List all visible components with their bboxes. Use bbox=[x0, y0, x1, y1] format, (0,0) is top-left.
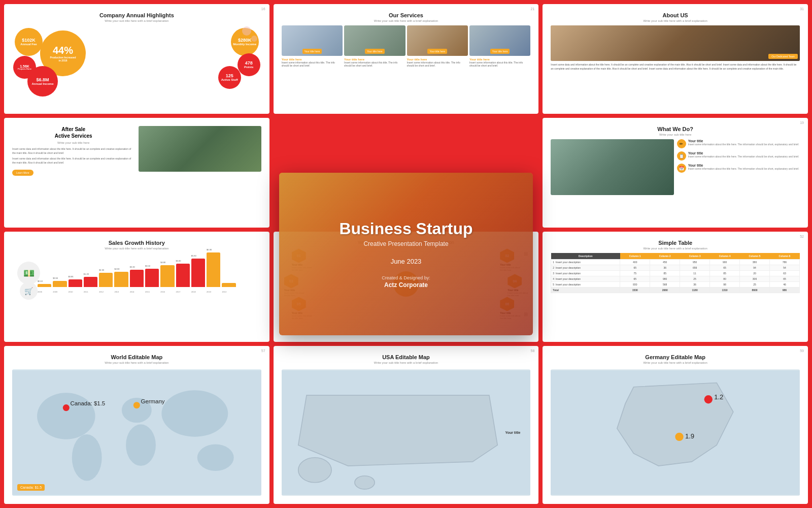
bar-2017: 2017$5.00 bbox=[176, 264, 190, 287]
cell-1-c1: 400 bbox=[620, 260, 650, 265]
service-img-4: Your title here bbox=[469, 25, 530, 56]
bar-2011: 2011$1.20 bbox=[84, 277, 97, 287]
aftersale-desc2: Insert some data and information about t… bbox=[12, 157, 134, 165]
overlay-date: June 2023 bbox=[339, 258, 472, 265]
service-desc-4: Your title here Insert some information … bbox=[469, 58, 530, 67]
aftersale-text-area: After SaleActive Services Write your sub… bbox=[12, 126, 134, 176]
bar-val-2006: $0.10 bbox=[38, 280, 43, 282]
cell-1-c4: 900 bbox=[710, 260, 740, 265]
cell-4-c3: 25 bbox=[680, 276, 710, 282]
slide-simple-table: 52 Simple Table Write your sub title her… bbox=[543, 232, 808, 341]
what-item-1-text: Your title Insert some information about… bbox=[688, 139, 799, 146]
what-we-do-content: ✏ Your title Insert some information abo… bbox=[551, 139, 800, 195]
cell-3-c5: 20 bbox=[740, 271, 770, 276]
world-map-area: Canada: $1.5 Germany Canada: $1.5 bbox=[12, 369, 261, 496]
what-item-3-text: Your title Insert some information about… bbox=[688, 164, 799, 171]
slide-number-2: 21 bbox=[531, 7, 535, 11]
service-img-1: Your title here bbox=[282, 25, 343, 56]
service-desc-3: Your title here Insert some information … bbox=[407, 58, 468, 67]
what-item-3-desc: Insert some information about the title … bbox=[688, 167, 799, 171]
col-2: Column 2 bbox=[650, 253, 680, 260]
bubble-points: 478 Points bbox=[238, 53, 260, 76]
bar-val-2013: $2.90 bbox=[114, 268, 119, 270]
table-row: 4 Insert your description 65 980 25 80 3… bbox=[551, 276, 800, 282]
what-icon-1: ✏ bbox=[677, 139, 686, 148]
slide1-subtitle: Write your sub title here with a brief e… bbox=[12, 19, 261, 22]
total-label: Total bbox=[551, 288, 620, 293]
what-items-list: ✏ Your title Insert some information abo… bbox=[677, 139, 800, 195]
bar-val-2019: $6.90 bbox=[207, 248, 212, 251]
what-item-1-desc: Insert some information about the title … bbox=[688, 143, 799, 146]
bar-val-2012: $2.60 bbox=[99, 269, 104, 271]
bar-label-2006: 2006 bbox=[38, 291, 42, 293]
cell-4-c4: 80 bbox=[710, 276, 740, 282]
cell-5-c2: 568 bbox=[650, 282, 680, 288]
slide-number-9: 57 bbox=[261, 349, 265, 353]
col-1: Column 1 bbox=[620, 253, 650, 260]
data-table: Description Column 1 Column 2 Column 3 C… bbox=[551, 253, 800, 293]
slide5-subtitle: Write your sub title here bbox=[551, 133, 800, 136]
svg-text:Germany: Germany bbox=[141, 398, 165, 404]
dedicated-badge: Our Dedicated Team bbox=[768, 54, 798, 59]
bar-label-2014: 2014 bbox=[130, 291, 134, 293]
bar-label-2016: 2016 bbox=[160, 291, 165, 293]
slide-number-3: 31 bbox=[800, 7, 804, 11]
slide-germany-map: 59 Germany Editable Map Write your sub t… bbox=[543, 346, 808, 504]
cell-1-c6: 786 bbox=[769, 260, 799, 265]
cell-5-c6: 46 bbox=[769, 282, 799, 288]
germany-map-svg: 1.2 1.9 bbox=[551, 369, 800, 496]
bar-chart: 2006$0.10 2009$0.56 2010$0.86 2011$1.20 … bbox=[12, 254, 261, 295]
service-body-4: Insert some information about this title… bbox=[469, 61, 530, 67]
decorative-circle bbox=[251, 36, 257, 42]
usa-map-area: Your title bbox=[282, 369, 531, 496]
bar-label-2018: 2018 bbox=[191, 291, 196, 293]
cell-1-c5: 380 bbox=[740, 260, 770, 265]
what-item-2-text: Your title Insert some information about… bbox=[688, 151, 799, 158]
total-c5: 8600 bbox=[740, 288, 770, 293]
slide-number-5: 19 bbox=[800, 121, 804, 124]
svg-point-9 bbox=[133, 402, 140, 408]
map-pin-canada: Canada: $1.5 bbox=[17, 484, 45, 491]
chart-cart-icon: 🛒 bbox=[20, 282, 38, 300]
total-c3: 1180 bbox=[680, 288, 710, 293]
about-body: Insert some data and information about t… bbox=[551, 63, 800, 71]
cell-4-c1: 65 bbox=[620, 276, 650, 282]
slide-number-1: 16 bbox=[261, 7, 265, 11]
service-img-2: Your title here bbox=[344, 25, 405, 56]
svg-point-12 bbox=[298, 457, 331, 482]
bar-2015: 2015$3.50 bbox=[145, 269, 159, 287]
slide8-subtitle: Write your sub title here with a brief e… bbox=[551, 247, 800, 250]
bar-2012: 2012$2.60 bbox=[99, 273, 113, 287]
what-item-2-desc: Insert some information about the title … bbox=[688, 155, 799, 158]
bar-2018: 2018$5.60 bbox=[191, 259, 205, 287]
svg-text:Canada: $1.5: Canada: $1.5 bbox=[70, 400, 105, 406]
bar-val-2018: $5.60 bbox=[191, 255, 196, 257]
svg-point-13 bbox=[355, 475, 375, 489]
bar-label-2019: 2019 bbox=[207, 291, 211, 293]
bar-2009: 2009$0.56 bbox=[53, 281, 66, 287]
usa-your-title: Your title bbox=[505, 431, 521, 434]
overlay-content: Business Startup Creative Presentation T… bbox=[339, 219, 472, 289]
col-5: Column 5 bbox=[740, 253, 770, 260]
cell-1-c2: 450 bbox=[650, 260, 680, 265]
cell-3-desc: 3 Insert your description bbox=[551, 271, 620, 276]
cell-4-desc: 4 Insert your description bbox=[551, 276, 620, 282]
svg-point-17 bbox=[675, 432, 684, 440]
svg-text:1.9: 1.9 bbox=[685, 432, 694, 440]
slide-world-map: 57 World Editable Map Write your sub tit… bbox=[4, 346, 269, 504]
bar-2014: 2014$3.30 bbox=[130, 270, 144, 287]
slide9-title: World Editable Map bbox=[12, 354, 261, 360]
cell-2-c6: 54 bbox=[769, 265, 799, 271]
what-icon-3: 📅 bbox=[677, 164, 686, 173]
aftersale-button[interactable]: Learn More bbox=[12, 170, 33, 176]
what-item-2-title: Your title bbox=[688, 151, 799, 155]
svg-point-6 bbox=[197, 444, 234, 470]
bar-2010: 2010$0.86 bbox=[69, 279, 82, 287]
bubble-annual-fee: $102K Annual Fee bbox=[15, 28, 43, 56]
slide-sales-growth: Sales Growth History Write your sub titl… bbox=[4, 232, 269, 341]
overlay-created-label: Created & Designed by: bbox=[339, 275, 472, 280]
bar-val-2015: $3.50 bbox=[145, 265, 150, 267]
total-c6: 986 bbox=[769, 288, 799, 293]
service-caption-1: Your title here bbox=[302, 49, 322, 54]
what-image bbox=[551, 139, 673, 195]
